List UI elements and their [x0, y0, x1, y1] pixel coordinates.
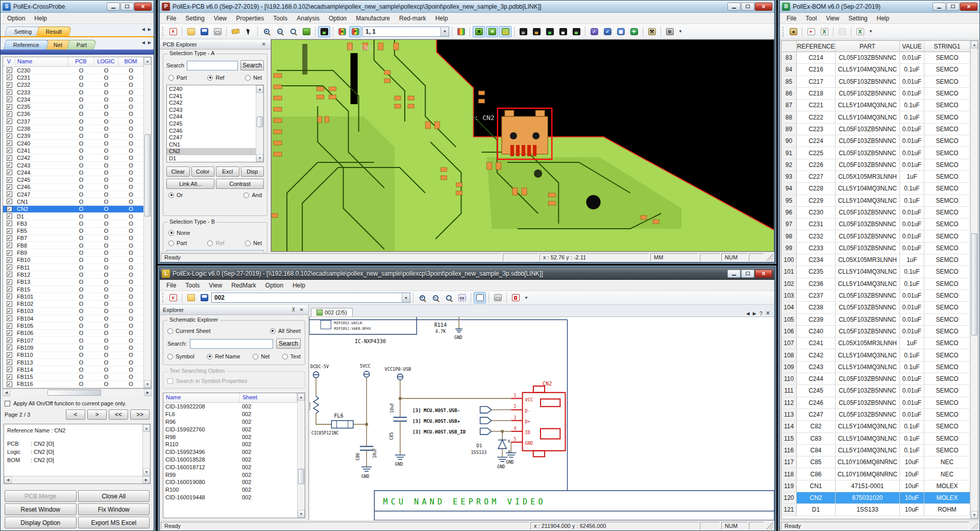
grid-row[interactable]: ✓ FB102 O O O — [3, 301, 143, 308]
row-checkbox[interactable]: ✓ — [7, 374, 12, 380]
toolbar-grip[interactable] — [162, 293, 164, 303]
list-vscrollbar[interactable]: ▲ ▼ — [256, 85, 263, 162]
row-checkbox[interactable]: ✓ — [7, 82, 12, 88]
list-item[interactable]: C244 — [167, 113, 256, 120]
bom-row[interactable]: 119 CN1 47151-0001 10uF MOLEX — [781, 480, 970, 492]
action-button[interactable]: Close All — [78, 490, 150, 502]
grid-row[interactable]: ✓ C236 O O O — [3, 111, 143, 118]
menu-item[interactable]: Tool — [801, 13, 821, 23]
axis-view-icon[interactable] — [544, 26, 556, 37]
component-view-icon[interactable] — [517, 26, 529, 37]
menu-item[interactable]: Setting — [844, 13, 872, 23]
menu-item[interactable]: Help — [431, 13, 453, 23]
grid-hscrollbar[interactable]: ◀ ▶ — [3, 389, 152, 396]
zoom-out-icon[interactable]: − — [274, 26, 286, 37]
list-item[interactable]: C240 — [167, 86, 256, 93]
list-item[interactable]: C246 — [167, 128, 256, 135]
list-item[interactable]: C243 — [167, 107, 256, 114]
menu-item[interactable]: Tools — [181, 280, 204, 291]
row-checkbox[interactable]: ✓ — [7, 323, 12, 329]
grid-row[interactable]: ✓ CN2 O O O — [3, 206, 143, 213]
row-checkbox[interactable]: ✓ — [7, 104, 12, 110]
radio-option[interactable]: Ref — [207, 75, 224, 81]
bom-row[interactable]: 101 C235 CLL5Y104MQ3NLNC 0.1uF SEMCO — [781, 266, 970, 278]
tab[interactable]: Result — [36, 27, 72, 36]
link-contrast-button[interactable]: Link All... — [166, 179, 214, 189]
menu-item[interactable]: Option — [324, 13, 351, 23]
toolbar-overflow-icon[interactable]: ▼ — [523, 296, 530, 300]
row-checkbox[interactable]: ✓ — [7, 330, 12, 336]
bom-row[interactable]: 98 C232 CL05F103ZB5NNNC 0.01uF SEMCO — [781, 230, 970, 242]
print-icon[interactable] — [211, 26, 224, 37]
row-checkbox[interactable]: ✓ — [7, 162, 12, 168]
list-item[interactable]: C247 — [167, 134, 256, 141]
toolbar-grip[interactable] — [782, 27, 785, 37]
grid-row[interactable]: ✓ C245 O O O — [3, 176, 143, 183]
row-checkbox[interactable]: ✓ — [7, 67, 12, 73]
bom-row[interactable]: 95 C229 CLL5Y104MQ3NLNC 0.1uF SEMCO — [781, 195, 970, 207]
list-row[interactable]: CID-160018712 002 — [163, 463, 297, 471]
menu-item[interactable]: Help — [30, 13, 52, 23]
bom-row[interactable]: 100 C234 CL05X105MR3LNNH 1uF SEMCO — [781, 254, 970, 266]
bom-row[interactable]: 86 C218 CL05F103ZB5NNNC 0.01uF SEMCO — [781, 88, 970, 100]
panel-close-icon[interactable]: ✕ — [298, 307, 305, 312]
select-cursor-icon[interactable] — [242, 26, 255, 37]
zoom-in-icon[interactable]: + — [416, 292, 428, 303]
bom-row[interactable]: 93 C227 CL05X105MR3LNNH 1uF SEMCO — [781, 171, 970, 183]
bom-row[interactable]: 94 C228 CLL5Y104MQ3NLNC 0.1uF SEMCO — [781, 183, 970, 195]
search-button[interactable]: Search — [276, 339, 301, 349]
bom-row[interactable]: 121 D1 1SS133 10uF ROHM — [781, 504, 970, 516]
open-file-icon[interactable] — [185, 26, 197, 37]
minimize-button[interactable] — [727, 3, 741, 11]
grid-row[interactable]: ✓ FB104 O O O — [3, 315, 143, 322]
open-excel-icon[interactable]: X — [854, 26, 866, 37]
link-contrast-button[interactable]: Contrast — [216, 179, 264, 189]
row-checkbox[interactable]: ✓ — [7, 345, 12, 350]
row-checkbox[interactable]: ✓ — [7, 191, 12, 197]
toolbar-overflow-icon[interactable]: ▼ — [677, 29, 684, 34]
grid-row[interactable]: ✓ FB9 O O O — [3, 249, 143, 256]
list-row[interactable]: R96 002 — [163, 418, 297, 426]
row-checkbox[interactable]: ✓ — [7, 111, 12, 117]
check-design-icon[interactable]: ✓ — [588, 26, 600, 37]
redmark-icon[interactable] — [509, 292, 522, 303]
close-button[interactable]: × — [755, 3, 772, 11]
layer-combo[interactable]: 1, 1 ▼ — [362, 27, 449, 37]
list-row[interactable]: CID-159923496 002 — [163, 448, 297, 456]
list-item[interactable]: C242 — [167, 100, 256, 107]
bom-row[interactable]: 96 C230 CL05F103ZB5NNNC 0.01uF SEMCO — [781, 207, 970, 219]
grid-row[interactable]: ✓ C238 O O O — [3, 125, 143, 132]
row-checkbox[interactable]: ✓ — [7, 170, 12, 175]
apply-all-checkbox[interactable] — [5, 401, 10, 406]
list-item[interactable]: C245 — [167, 120, 256, 128]
export-excel-icon[interactable]: X — [818, 26, 830, 37]
row-checkbox[interactable]: ✓ — [7, 177, 12, 183]
grid-row[interactable]: ✓ C240 O O O — [3, 140, 143, 147]
grid-row[interactable]: ✓ FB115 O O O — [3, 373, 143, 380]
grid-row[interactable]: ✓ D1 O O O — [3, 213, 143, 220]
logic-explorer-title[interactable]: Explorer ⊼ ✕ — [160, 305, 308, 315]
maximize-button[interactable] — [741, 3, 754, 11]
grid-row[interactable]: ✓ FB103 O O O — [3, 308, 143, 315]
grid-row[interactable]: ✓ FB106 O O O — [3, 330, 143, 337]
symbol-properties-checkbox[interactable] — [167, 378, 173, 384]
close-document-icon[interactable]: × — [167, 292, 179, 303]
tab-help-icon[interactable]: ? — [760, 310, 763, 317]
menu-item[interactable]: Help — [872, 13, 894, 23]
list-row[interactable]: CID-160019080 002 — [163, 478, 297, 486]
tab-scroll-arrows[interactable]: ◀▶ — [141, 27, 152, 32]
radio-type-option[interactable]: Symbol — [167, 353, 194, 359]
resize-grip[interactable] — [971, 522, 978, 529]
snapshot-camera-icon[interactable] — [664, 26, 676, 37]
zoom-window-icon[interactable] — [443, 292, 455, 303]
menu-item[interactable]: File — [162, 13, 181, 23]
zoom-window-icon[interactable] — [287, 26, 299, 37]
grid-row[interactable]: ✓ CN1 O O O — [3, 198, 143, 205]
bom-row[interactable]: 115 C83 CLL5Y104MQ3NLNC 0.1uF SEMCO — [781, 433, 970, 445]
list-row[interactable]: CID-160018528 002 — [163, 456, 297, 464]
row-checkbox[interactable]: ✓ — [7, 235, 12, 241]
grid-row[interactable]: ✓ FB5 O O O — [3, 228, 143, 235]
grid-row[interactable]: ✓ FB7 O O O — [3, 235, 143, 242]
pager-button[interactable]: << — [109, 409, 128, 420]
tree-view-icon[interactable] — [570, 26, 582, 37]
